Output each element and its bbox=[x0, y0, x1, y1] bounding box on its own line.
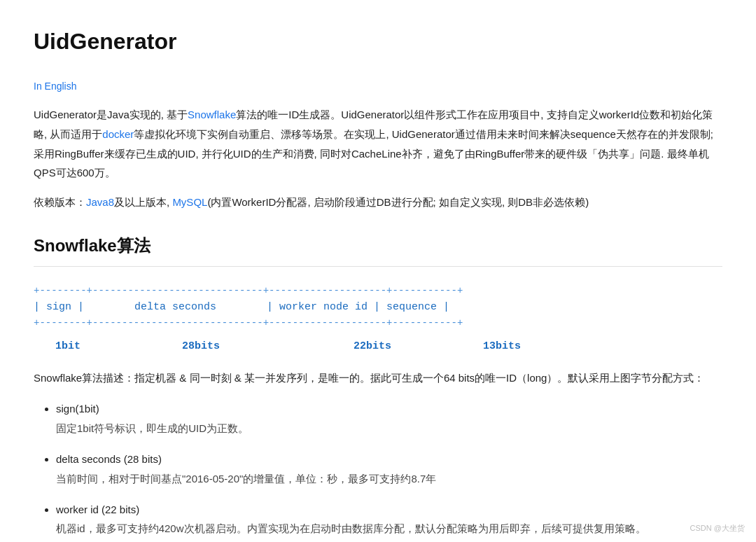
dep-paragraph: 依赖版本：Java8及以上版本, MySQL(内置WorkerID分配器, 启动… bbox=[34, 193, 722, 212]
bits-sequence: 13bits bbox=[442, 338, 561, 356]
list-item-delta: delta seconds (28 bits) 当前时间，相对于时间基点"201… bbox=[56, 450, 722, 488]
list-item-delta-title: delta seconds (28 bits) bbox=[56, 453, 162, 465]
bits-sign: 1bit bbox=[36, 338, 99, 356]
docker-link[interactable]: docker bbox=[102, 128, 134, 140]
list-item-worker: worker id (22 bits) 机器id，最多可支持约420w次机器启动… bbox=[56, 501, 722, 538]
diagram-bits-row: 1bit 28bits 22bits 13bits bbox=[34, 338, 722, 356]
snowflake-description: Snowflake算法描述：指定机器 & 同一时刻 & 某一并发序列，是唯一的。… bbox=[34, 368, 722, 388]
english-link[interactable]: In English bbox=[34, 78, 76, 95]
diagram-bottom-border: +--------+-----------------------------+… bbox=[34, 316, 722, 331]
list-item-worker-title: worker id (22 bits) bbox=[56, 503, 139, 515]
list-item-delta-desc: 当前时间，相对于时间基点"2016-05-20"的增量值，单位：秒，最多可支持约… bbox=[56, 470, 722, 488]
list-item-sign-title: sign(1bit) bbox=[56, 403, 99, 415]
snowflake-section-title: Snowflake算法 bbox=[34, 232, 722, 267]
mysql-link[interactable]: MySQL bbox=[172, 196, 207, 208]
diagram-top-border: +--------+-----------------------------+… bbox=[34, 284, 722, 298]
snowflake-feature-list: sign(1bit) 固定1bit符号标识，即生成的UID为正数。 delta … bbox=[34, 400, 722, 542]
watermark: CSDN @大坐货 bbox=[690, 522, 745, 535]
snowflake-link[interactable]: Snowflake bbox=[188, 109, 236, 120]
intro-paragraph-1: UidGenerator是Java实现的, 基于Snowflake算法的唯一ID… bbox=[34, 105, 722, 183]
diagram-content-row: | sign | delta seconds | worker node id … bbox=[34, 298, 722, 317]
snowflake-diagram: +--------+-----------------------------+… bbox=[34, 284, 722, 356]
list-item-worker-desc: 机器id，最多可支持约420w次机器启动。内置实现为在启动时由数据库分配，默认分… bbox=[56, 520, 722, 538]
bits-worker: 22bits bbox=[302, 338, 442, 356]
bits-delta: 28bits bbox=[99, 338, 302, 356]
list-item-sign: sign(1bit) 固定1bit符号标识，即生成的UID为正数。 bbox=[56, 400, 722, 438]
java8-link[interactable]: Java8 bbox=[86, 196, 114, 208]
page-title: UidGenerator bbox=[34, 22, 722, 67]
list-item-sign-desc: 固定1bit符号标识，即生成的UID为正数。 bbox=[56, 419, 722, 438]
